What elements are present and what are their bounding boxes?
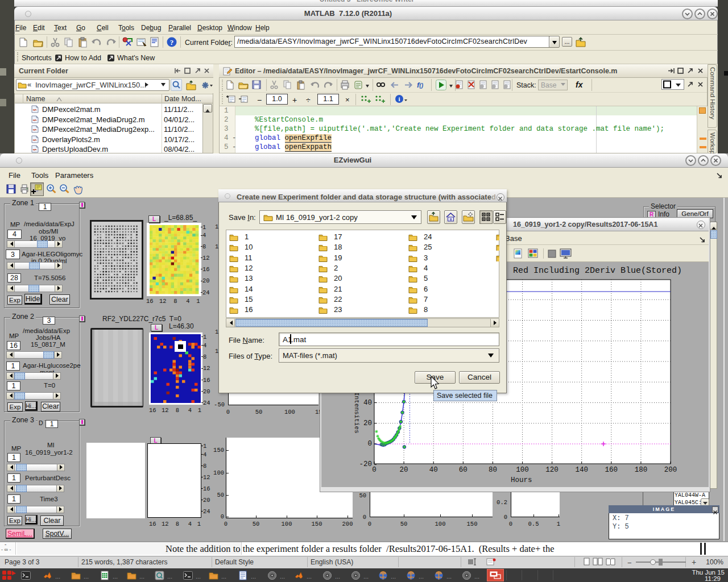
svg-text:i: i — [398, 95, 400, 102]
svg-text:?: ? — [170, 38, 174, 47]
